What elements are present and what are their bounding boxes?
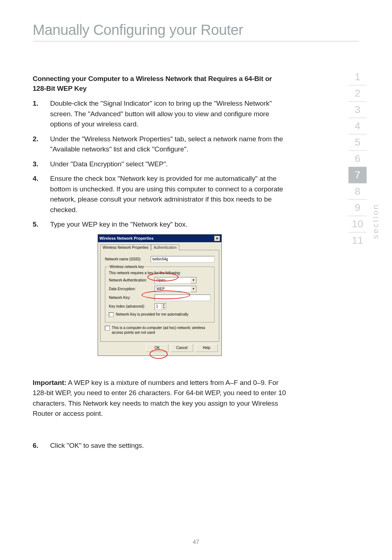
nav-item-3[interactable]: 3 [348, 102, 367, 118]
nav-item-5[interactable]: 5 [348, 134, 367, 151]
subheading: Connecting your Computer to a Wireless N… [33, 74, 287, 93]
key-index-stepper[interactable]: 1 ▲▼ [155, 303, 166, 310]
page-number: 47 [0, 539, 392, 545]
step-number: 6. [33, 441, 50, 451]
ssid-label: Network name (SSID): [105, 257, 148, 261]
requires-text: This network requires a key for the foll… [109, 271, 211, 275]
tab-wireless-properties[interactable]: Wireless Network Properties [100, 244, 151, 250]
auto-key-label: Network Key is provided for me automatic… [116, 312, 188, 317]
step-number: 1. [33, 98, 50, 109]
key-index-value: 1 [155, 304, 162, 309]
network-key-input[interactable] [155, 295, 211, 301]
nav-item-9[interactable]: 9 [348, 200, 367, 216]
step-number: 3. [33, 159, 50, 170]
encryption-label: Data Encryption: [109, 287, 152, 291]
fieldset-legend: Wireless network key [109, 265, 144, 269]
important-note: Important: A WEP key is a mixture of num… [33, 378, 287, 419]
nav-item-8[interactable]: 8 [348, 183, 367, 200]
auth-label: Network Authentication: [109, 278, 152, 282]
nav-item-1[interactable]: 1 [348, 69, 367, 85]
arrow-up-icon[interactable]: ▲ [162, 304, 166, 307]
steps-list: 1.Double-click the "Signal Indicator" ic… [33, 98, 287, 230]
important-body: A WEP key is a mixture of numbers and le… [33, 379, 286, 418]
page-title: Manually Configuring your Router [33, 22, 359, 38]
help-button[interactable]: Help [195, 344, 218, 352]
step-text: Click "OK" to save the settings. [50, 441, 287, 451]
section-nav: 1 2 3 4 5 6 7 8 9 10 11 [348, 69, 367, 248]
close-icon[interactable]: ✕ [214, 236, 220, 241]
step-text: Ensure the check box "Network key is pro… [50, 174, 287, 215]
auth-value: Open [156, 278, 165, 282]
ok-button[interactable]: OK [146, 344, 168, 352]
dialog-title: Wireless Network Properties [99, 236, 154, 240]
chevron-down-icon[interactable]: ▼ [191, 286, 196, 292]
key-index-label: Key index (advanced): [109, 304, 152, 308]
nav-item-6[interactable]: 6 [348, 151, 367, 167]
nav-item-11[interactable]: 11 [348, 232, 367, 248]
tab-authentication[interactable]: Authentication [151, 244, 179, 250]
step-text: Double-click the "Signal Indicator" icon… [50, 98, 287, 130]
step-number: 4. [33, 174, 50, 184]
adhoc-label: This is a computer-to-computer (ad hoc) … [112, 325, 215, 335]
steps-list-continued: 6.Click "OK" to save the settings. [33, 441, 287, 451]
section-label: section [371, 203, 380, 239]
step-text: Under "Data Encryption" select "WEP". [50, 159, 287, 170]
title-divider [33, 41, 359, 41]
wireless-properties-dialog: Wireless Network Properties ✕ Wireless N… [98, 234, 222, 356]
cancel-button[interactable]: Cancel [171, 344, 193, 352]
adhoc-checkbox[interactable] [105, 326, 110, 330]
nav-item-10[interactable]: 10 [348, 216, 367, 232]
arrow-down-icon[interactable]: ▼ [162, 307, 166, 309]
nav-item-2[interactable]: 2 [348, 85, 367, 102]
important-lead: Important: [33, 379, 66, 386]
nav-item-4[interactable]: 4 [348, 118, 367, 134]
step-number: 5. [33, 219, 50, 230]
step-text: Type your WEP key in the "Network key" b… [50, 219, 287, 230]
step-text: Under the "Wireless Network Properties" … [50, 134, 287, 155]
auth-dropdown[interactable]: Open ▼ [155, 277, 197, 284]
network-key-label: Network Key: [109, 296, 152, 300]
ssid-input[interactable]: belkin54g [151, 256, 215, 263]
encryption-dropdown[interactable]: WEP ▼ [155, 286, 197, 292]
dialog-titlebar: Wireless Network Properties ✕ [98, 235, 221, 242]
chevron-down-icon[interactable]: ▼ [191, 277, 196, 283]
encryption-value: WEP [156, 287, 165, 291]
nav-item-7-active[interactable]: 7 [348, 167, 367, 183]
step-number: 2. [33, 134, 50, 145]
auto-key-checkbox[interactable] [109, 312, 114, 317]
